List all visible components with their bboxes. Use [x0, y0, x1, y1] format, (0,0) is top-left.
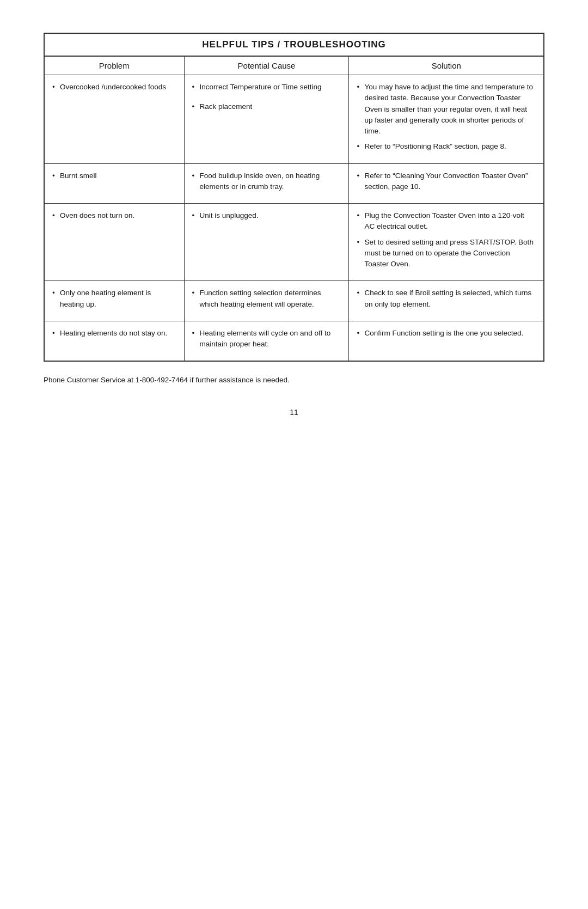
page-wrapper: HELPFUL TIPS / TROUBLESHOOTING Problem P…: [44, 33, 544, 417]
cause-item: Food buildup inside oven, on heating ele…: [192, 170, 341, 193]
solution-item: Refer to “Positioning Rack” section, pag…: [357, 141, 536, 152]
cause-item: Unit is unplugged.: [192, 210, 341, 221]
cause-cell-2: Unit is unplugged.: [184, 204, 349, 281]
table-row: Heating elements do not stay on. Heating…: [44, 321, 544, 361]
cause-item: Rack placement: [192, 101, 341, 112]
col-header-solution: Solution: [349, 56, 544, 75]
solution-cell-0: You may have to adjust the time and temp…: [349, 75, 544, 164]
cause-cell-1: Food buildup inside oven, on heating ele…: [184, 163, 349, 204]
cause-list-4: Heating elements will cycle on and off t…: [192, 328, 341, 350]
solution-cell-1: Refer to “Cleaning Your Convection Toast…: [349, 163, 544, 204]
solution-cell-3: Check to see if Broil setting is selecte…: [349, 281, 544, 321]
problem-item: Oven does not turn on.: [52, 210, 176, 221]
solution-list-1: Refer to “Cleaning Your Convection Toast…: [357, 170, 536, 193]
solution-item: You may have to adjust the time and temp…: [357, 82, 536, 137]
table-row: Only one heating element is heating up. …: [44, 281, 544, 321]
troubleshooting-table: HELPFUL TIPS / TROUBLESHOOTING Problem P…: [44, 33, 544, 362]
cause-list-0: Incorrect Temperature or Time setting Ra…: [192, 82, 341, 113]
problem-cell-2: Oven does not turn on.: [44, 204, 184, 281]
problem-cell-0: Overcooked /undercooked foods: [44, 75, 184, 164]
problem-list-3: Only one heating element is heating up.: [52, 288, 176, 310]
cause-list-2: Unit is unplugged.: [192, 210, 341, 221]
table-row: Overcooked /undercooked foods Incorrect …: [44, 75, 544, 164]
problem-item: Heating elements do not stay on.: [52, 328, 176, 339]
footer-note: Phone Customer Service at 1-800-492-7464…: [44, 375, 544, 386]
solution-item: Check to see if Broil setting is selecte…: [357, 288, 536, 310]
problem-cell-3: Only one heating element is heating up.: [44, 281, 184, 321]
solution-list-3: Check to see if Broil setting is selecte…: [357, 288, 536, 310]
problem-item: Burnt smell: [52, 170, 176, 181]
page-number: 11: [290, 408, 298, 417]
table-row: Burnt smell Food buildup inside oven, on…: [44, 163, 544, 204]
solution-item: Plug the Convection Toaster Oven into a …: [357, 210, 536, 233]
solution-cell-2: Plug the Convection Toaster Oven into a …: [349, 204, 544, 281]
col-header-cause: Potential Cause: [184, 56, 349, 75]
cause-item: Function setting selection determines wh…: [192, 288, 341, 310]
problem-list-1: Burnt smell: [52, 170, 176, 181]
solution-item: Refer to “Cleaning Your Convection Toast…: [357, 170, 536, 193]
cause-item: Incorrect Temperature or Time setting: [192, 82, 341, 93]
problem-list-2: Oven does not turn on.: [52, 210, 176, 221]
solution-list-4: Confirm Function setting is the one you …: [357, 328, 536, 339]
problem-cell-4: Heating elements do not stay on.: [44, 321, 184, 361]
problem-list-4: Heating elements do not stay on.: [52, 328, 176, 339]
table-title: HELPFUL TIPS / TROUBLESHOOTING: [44, 33, 544, 56]
cause-cell-3: Function setting selection determines wh…: [184, 281, 349, 321]
col-header-problem: Problem: [44, 56, 184, 75]
solution-list-2: Plug the Convection Toaster Oven into a …: [357, 210, 536, 270]
cause-cell-0: Incorrect Temperature or Time setting Ra…: [184, 75, 349, 164]
cause-list-3: Function setting selection determines wh…: [192, 288, 341, 310]
solution-cell-4: Confirm Function setting is the one you …: [349, 321, 544, 361]
cause-item: Heating elements will cycle on and off t…: [192, 328, 341, 350]
cause-cell-4: Heating elements will cycle on and off t…: [184, 321, 349, 361]
problem-item: Only one heating element is heating up.: [52, 288, 176, 310]
table-row: Oven does not turn on. Unit is unplugged…: [44, 204, 544, 281]
problem-item: Overcooked /undercooked foods: [52, 82, 176, 93]
solution-item: Confirm Function setting is the one you …: [357, 328, 536, 339]
solution-item: Set to desired setting and press START/S…: [357, 237, 536, 270]
problem-list-0: Overcooked /undercooked foods: [52, 82, 176, 93]
problem-cell-1: Burnt smell: [44, 163, 184, 204]
table-header-row: HELPFUL TIPS / TROUBLESHOOTING: [44, 33, 544, 56]
column-headers-row: Problem Potential Cause Solution: [44, 56, 544, 75]
solution-list-0: You may have to adjust the time and temp…: [357, 82, 536, 152]
cause-list-1: Food buildup inside oven, on heating ele…: [192, 170, 341, 193]
